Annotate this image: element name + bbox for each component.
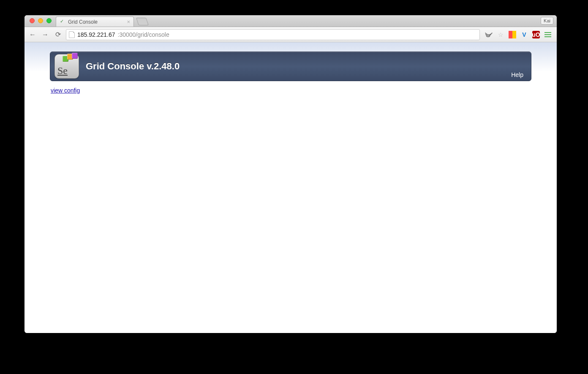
ublock-extension-icon[interactable]: uO (532, 31, 540, 38)
chrome-menu-button[interactable] (544, 31, 552, 38)
window-controls (30, 18, 52, 23)
close-window-button[interactable] (30, 18, 35, 23)
forward-button[interactable]: → (41, 31, 50, 38)
tab-strip: Grid Console × Kai (24, 15, 557, 27)
address-bar[interactable]: 185.92.221.67:30000/grid/console (66, 29, 480, 40)
close-tab-button[interactable]: × (127, 19, 130, 25)
new-tab-button[interactable] (136, 18, 149, 25)
jquery-extension-icon[interactable] (485, 31, 493, 38)
grid-console-header: Se Grid Console v.2.48.0 Help (50, 52, 531, 81)
selenium-cubes-icon (64, 53, 78, 59)
profile-badge[interactable]: Kai (541, 17, 553, 25)
browser-window: Grid Console × Kai ← → ⟳ 185.92.221.67:3… (24, 15, 557, 333)
bookmark-star-icon[interactable]: ☆ (497, 31, 504, 38)
selenium-logo-text: Se (55, 65, 68, 78)
vimium-extension-icon[interactable]: V (520, 31, 528, 38)
minimize-window-button[interactable] (38, 18, 43, 23)
browser-toolbar: ← → ⟳ 185.92.221.67:30000/grid/console ☆… (24, 27, 557, 42)
url-host: 185.92.221.67 (77, 31, 115, 38)
back-button[interactable]: ← (28, 31, 37, 38)
console-title: Grid Console v.2.48.0 (86, 61, 180, 72)
color-extension-icon[interactable] (509, 31, 516, 38)
view-config-link[interactable]: view config (51, 87, 80, 94)
selenium-logo-icon: Se (54, 54, 79, 79)
page-security-icon (69, 31, 75, 38)
tab-favicon-icon (60, 19, 65, 25)
tab-title: Grid Console (68, 19, 98, 25)
reload-button[interactable]: ⟳ (53, 30, 63, 38)
zoom-window-button[interactable] (46, 18, 52, 23)
browser-tab[interactable]: Grid Console × (56, 16, 134, 27)
help-link[interactable]: Help (511, 71, 523, 78)
url-path: :30000/grid/console (118, 31, 169, 38)
extension-area: ☆ V uO (483, 31, 553, 38)
page-viewport: Se Grid Console v.2.48.0 Help view confi… (24, 42, 557, 333)
